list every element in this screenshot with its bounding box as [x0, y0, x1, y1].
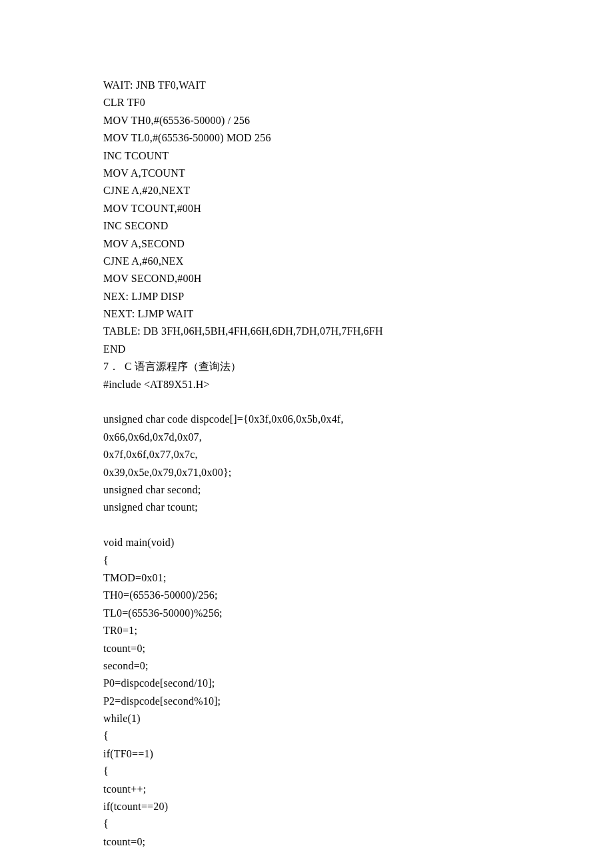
asm-line: INC SECOND: [103, 217, 510, 235]
section-heading: 7． C 语言源程序（查询法）: [103, 358, 510, 375]
asm-line: INC TCOUNT: [103, 147, 510, 165]
asm-line: MOV TCOUNT,#00H: [103, 200, 510, 217]
document-page: WAIT: JNB TF0,WAIT CLR TF0 MOV TH0,#(655…: [0, 0, 613, 868]
c-line: 0x39,0x5e,0x79,0x71,0x00};: [103, 464, 510, 481]
c-line: 0x66,0x6d,0x7d,0x07,: [103, 429, 510, 446]
c-line: {: [103, 815, 510, 833]
asm-line: CJNE A,#20,NEXT: [103, 182, 510, 199]
c-line: tcount=0;: [103, 640, 510, 657]
c-line: void main(void): [103, 534, 510, 551]
c-line: unsigned char tcount;: [103, 499, 510, 516]
asm-line: MOV A,SECOND: [103, 235, 510, 253]
c-line: {: [103, 552, 510, 569]
c-line: TR0=1;: [103, 622, 510, 639]
asm-line: WAIT: JNB TF0,WAIT: [103, 77, 510, 94]
c-line: 0x7f,0x6f,0x77,0x7c,: [103, 446, 510, 463]
c-line: P2=dispcode[second%10];: [103, 693, 510, 710]
c-line: if(tcount==20): [103, 798, 510, 815]
c-line: TMOD=0x01;: [103, 569, 510, 587]
asm-line: MOV SECOND,#00H: [103, 270, 510, 287]
asm-line: TABLE: DB 3FH,06H,5BH,4FH,66H,6DH,7DH,07…: [103, 323, 510, 340]
asm-line: CJNE A,#60,NEX: [103, 253, 510, 270]
c-line: while(1): [103, 710, 510, 727]
asm-line: MOV TL0,#(65536-50000) MOD 256: [103, 129, 510, 147]
c-line: unsigned char code dispcode[]={0x3f,0x06…: [103, 411, 510, 428]
c-line: P0=dispcode[second/10];: [103, 675, 510, 692]
asm-line: NEXT: LJMP WAIT: [103, 305, 510, 323]
section-prefix: 7． C: [103, 361, 135, 372]
asm-line: END: [103, 341, 510, 358]
c-line: [103, 517, 510, 534]
asm-line: MOV TH0,#(65536-50000) / 256: [103, 112, 510, 129]
section-cjk-text: 语言源程序（查询法）: [135, 361, 241, 372]
c-line: TH0=(65536-50000)/256;: [103, 587, 510, 604]
c-line: TL0=(65536-50000)%256;: [103, 605, 510, 622]
c-line: tcount=0;: [103, 833, 510, 851]
c-line: tcount++;: [103, 781, 510, 798]
c-line: [103, 393, 510, 411]
c-line: #include <AT89X51.H>: [103, 376, 510, 393]
c-line: {: [103, 727, 510, 745]
c-line: second=0;: [103, 657, 510, 675]
asm-line: NEX: LJMP DISP: [103, 288, 510, 305]
c-line: if(TF0==1): [103, 745, 510, 763]
c-line: unsigned char second;: [103, 481, 510, 499]
asm-line: MOV A,TCOUNT: [103, 165, 510, 182]
asm-line: CLR TF0: [103, 94, 510, 111]
c-line: {: [103, 763, 510, 780]
